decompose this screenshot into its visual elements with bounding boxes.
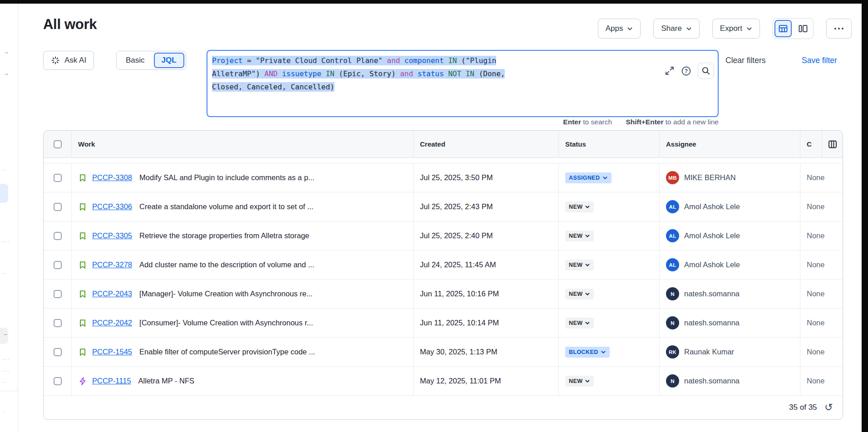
column-header-work[interactable]: Work — [72, 131, 414, 157]
chevron-down-icon — [585, 262, 590, 268]
table-row: PCCP-3305Retrieve the storage properties… — [44, 221, 843, 250]
export-button[interactable]: Export — [712, 19, 760, 39]
issue-key-link[interactable]: PCCP-3305 — [92, 231, 132, 240]
row-select-cell — [44, 221, 72, 250]
sidebar-item[interactable]: ·· — [2, 270, 7, 276]
created-value: Jul 25, 2025, 2:40 PM — [420, 231, 493, 240]
hint-enter-text: to search — [583, 118, 612, 126]
sidebar-item[interactable]: · — [2, 409, 5, 414]
issue-key-link[interactable]: PCCP-3306 — [92, 202, 132, 211]
status-badge[interactable]: NEW — [565, 260, 594, 270]
sidebar-item-selected[interactable] — [0, 184, 8, 203]
jql-token: and — [400, 69, 418, 78]
status-cell: NEW — [559, 192, 660, 221]
sidebar-item[interactable]: ··· — [2, 368, 10, 373]
jql-token: IN — [326, 69, 339, 78]
clear-filters-button[interactable]: Clear filters — [725, 54, 766, 67]
row-checkbox[interactable] — [54, 377, 62, 385]
assignee-cell: ALAmol Ashok Lele — [660, 192, 800, 221]
status-badge[interactable]: NEW — [565, 289, 594, 299]
sidebar-item[interactable]: ·· — [2, 167, 7, 172]
created-value: Jul 25, 2025, 3:50 PM — [420, 173, 493, 182]
status-chevron — [585, 233, 590, 239]
created-value: Jun 11, 2025, 10:14 PM — [420, 319, 499, 327]
table-view-button[interactable] — [774, 20, 792, 37]
epic-lightning-icon — [78, 377, 87, 386]
sidebar-item[interactable]: ··· — [2, 239, 10, 244]
status-badge[interactable]: BLOCKED — [565, 347, 610, 358]
assignee-name: natesh.somanna — [684, 377, 740, 385]
issue-key-link[interactable]: PCCP-1115 — [92, 377, 131, 385]
assignee-name: natesh.somanna — [684, 290, 740, 298]
column-header-status[interactable]: Status — [559, 131, 660, 157]
avatar: MB — [666, 171, 679, 184]
sidebar-item[interactable]: ··· — [2, 357, 10, 362]
ask-ai-button[interactable]: Ask AI — [43, 51, 94, 70]
jql-mode-button[interactable]: JQL — [154, 53, 184, 68]
status-badge[interactable]: NEW — [565, 318, 594, 329]
status-badge[interactable]: NEW — [565, 201, 594, 212]
expand-button[interactable] — [665, 66, 675, 76]
svg-text:?: ? — [685, 68, 688, 74]
partial-scrolled-row — [44, 158, 843, 163]
issue-key-link[interactable]: PCCP-3308 — [92, 173, 132, 182]
chevron-right-icon[interactable]: → — [3, 70, 9, 77]
avatar: N — [666, 374, 679, 388]
jql-editor[interactable]: Project = "Private Cloud Control Plane" … — [207, 50, 719, 117]
issue-key-link[interactable]: PCCP-2043 — [92, 290, 132, 298]
table-row: PCCP-1545Enable filter of computeServer … — [44, 338, 843, 367]
save-filter-button[interactable]: Save filter — [802, 54, 837, 67]
search-button[interactable] — [698, 63, 714, 79]
detail-view-button[interactable] — [794, 20, 812, 37]
jql-hint: Enter to search Shift+Enter to add a new… — [207, 118, 719, 126]
column-header-last[interactable]: C — [800, 131, 843, 157]
chevron-right-icon[interactable]: → — [3, 49, 9, 55]
status-badge[interactable]: NEW — [565, 376, 594, 387]
jql-selection: Project = "Private Cloud Control Plane" … — [212, 56, 496, 65]
issue-summary: Retrieve the storage properties from All… — [139, 231, 309, 240]
comments-value: None — [807, 319, 824, 327]
sidebar-item[interactable]: ·· — [2, 379, 7, 385]
row-checkbox[interactable] — [54, 319, 62, 327]
column-header-last-label: C — [807, 140, 812, 148]
row-checkbox[interactable] — [54, 203, 62, 211]
refresh-button[interactable]: ↻ — [824, 403, 833, 412]
more-button[interactable] — [826, 19, 852, 39]
status-badge[interactable]: ASSIGNED — [565, 172, 612, 183]
story-bookmark-icon — [78, 202, 87, 211]
column-header-assignee[interactable]: Assignee — [660, 131, 800, 157]
story-bookmark-icon — [78, 348, 87, 357]
help-button[interactable]: ? — [681, 66, 691, 76]
sidebar-item-label: – — [4, 331, 8, 337]
apps-button[interactable]: Apps — [598, 19, 641, 39]
row-checkbox[interactable] — [54, 261, 62, 269]
status-chevron — [585, 378, 590, 384]
basic-mode-button[interactable]: Basic — [117, 51, 154, 69]
status-cell: ASSIGNED — [559, 163, 660, 192]
created-value: May 30, 2025, 1:13 PM — [420, 348, 498, 356]
jql-token: and — [387, 56, 404, 65]
story-bookmark-icon — [78, 260, 87, 270]
assignee-cell: MBMIKE BERHAN — [660, 163, 800, 192]
table-footer: 35 of 35 ↻ — [44, 396, 843, 419]
story-bookmark-icon — [78, 290, 87, 299]
share-button[interactable]: Share — [653, 19, 699, 39]
created-value: Jun 11, 2025, 10:16 PM — [420, 290, 499, 298]
row-checkbox[interactable] — [54, 232, 62, 240]
table-body: PCCP-3308Modify SAL and Plugin to includ… — [44, 163, 843, 396]
chevron-down-icon — [585, 320, 590, 326]
column-header-created[interactable]: Created — [414, 131, 559, 157]
jql-selection: AlletraMP") AND issuetype IN (Epic, Stor… — [212, 69, 505, 79]
select-all-checkbox[interactable] — [54, 140, 62, 148]
row-checkbox[interactable] — [54, 174, 62, 182]
jql-token: NOT IN — [448, 69, 478, 78]
row-checkbox[interactable] — [54, 290, 62, 298]
row-checkbox[interactable] — [54, 348, 62, 356]
issue-key-link[interactable]: PCCP-2042 — [92, 319, 132, 327]
manage-columns-button[interactable] — [822, 131, 843, 157]
status-badge[interactable]: NEW — [565, 231, 594, 241]
issue-key-link[interactable]: PCCP-1545 — [92, 348, 132, 356]
sidebar-divider — [0, 391, 18, 391]
issue-key-link[interactable]: PCCP-3278 — [92, 260, 132, 269]
comments-value: None — [807, 348, 824, 356]
